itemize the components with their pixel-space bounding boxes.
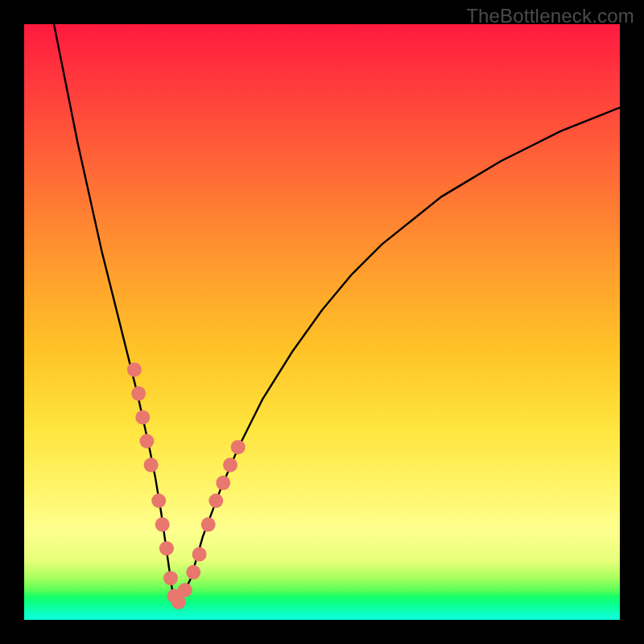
curve-marker [201,518,216,532]
curve-marker [151,493,166,508]
curve-marker [231,440,246,454]
curve-marker [155,518,170,532]
chart-frame: TheBottleneck.com [0,0,644,644]
bottleneck-curve [54,24,620,602]
plot-area [24,24,620,620]
curve-marker [127,362,142,377]
curve-markers [127,362,246,609]
curve-marker [159,541,174,555]
curve-marker [135,410,150,424]
curve-marker [223,458,237,473]
curve-marker [192,547,207,562]
curve-marker [163,571,178,585]
curve-marker [186,565,200,580]
chart-svg [24,24,620,620]
curve-marker [131,386,146,401]
curve-marker [139,434,154,448]
curve-marker [144,458,159,473]
curve-marker [208,493,223,508]
curve-marker [216,476,230,490]
curve-marker [178,583,192,597]
